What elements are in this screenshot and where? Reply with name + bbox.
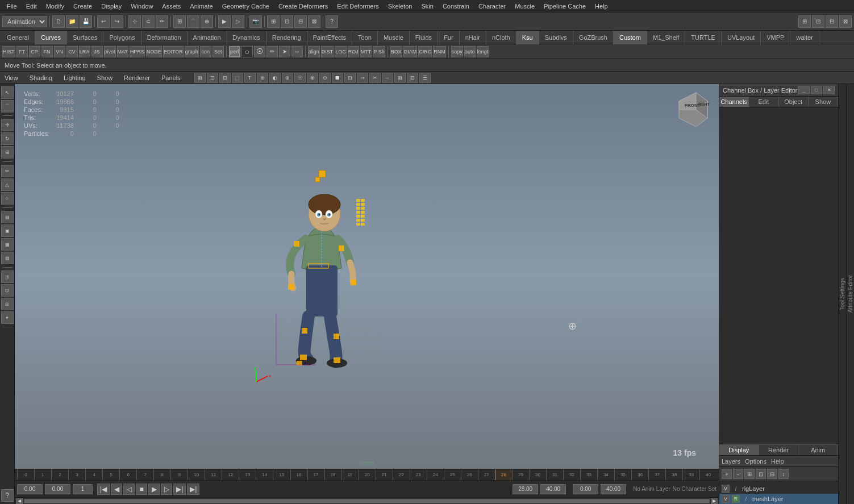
toolbar-redo[interactable]: ↪ (111, 15, 123, 28)
view-icon-2[interactable]: ⊡ (207, 73, 218, 83)
tab-vmpp[interactable]: VMPP (761, 31, 790, 44)
view-icon-8[interactable]: ⊕ (282, 73, 293, 83)
menu-display[interactable]: Display (97, 0, 126, 13)
lt-layers-3[interactable]: ▦ (1, 238, 14, 251)
layer-attrs-btn[interactable]: ⊟ (767, 469, 777, 479)
toolbar-layout3[interactable]: ⊟ (294, 15, 307, 28)
layer-new-btn[interactable]: + (722, 469, 732, 479)
tab-animation[interactable]: Animation (188, 31, 227, 44)
tab-uvlayout[interactable]: UVLayout (722, 31, 761, 44)
toolbar-right-1[interactable]: ⊞ (798, 15, 811, 28)
tab-walter[interactable]: walter (790, 31, 819, 44)
shelf-copy[interactable]: copy (451, 46, 463, 57)
rp-maximize[interactable]: □ (811, 86, 822, 94)
view-icon-9[interactable]: ☉ (294, 73, 306, 83)
lt-layers-2[interactable]: ▣ (1, 224, 14, 237)
rp-tab-object[interactable]: Object (779, 97, 809, 107)
shelf-fn[interactable]: FN (41, 46, 53, 57)
playback-play-fwd[interactable]: ▶ (148, 484, 160, 495)
layer-vis-rig[interactable]: V (722, 485, 730, 493)
view-menu[interactable]: View (2, 72, 20, 84)
rp-tab-channels[interactable]: Channels (719, 97, 749, 107)
tab-turtle[interactable]: TURTLE (685, 31, 722, 44)
scroll-left-btn[interactable]: ◀ (16, 498, 23, 504)
shelf-editor[interactable]: EDITOR (163, 46, 184, 57)
view-icon-4[interactable]: ⬚ (232, 73, 243, 83)
view-icon-17[interactable]: ⊞ (394, 73, 406, 83)
layer-row-mesh[interactable]: V R / meshLayer (719, 494, 838, 504)
tab-deformation[interactable]: Deformation (141, 31, 188, 44)
shelf-ft[interactable]: FT (16, 46, 28, 57)
shelf-align[interactable]: align (308, 46, 320, 57)
playback-prev-end[interactable]: |◀ (97, 484, 110, 495)
menu-window[interactable]: Window (126, 0, 157, 13)
anim-start-input[interactable] (573, 484, 598, 494)
lt-sculpt[interactable]: △ (1, 178, 14, 191)
menu-skeleton[interactable]: Skeleton (384, 0, 417, 13)
shelf-box[interactable]: BOX (390, 46, 402, 57)
toolbar-new[interactable]: 🗋 (52, 15, 65, 28)
toolbar-right-4[interactable]: ⊠ (839, 15, 852, 28)
shelf-cv[interactable]: CV (66, 46, 78, 57)
tab-ncloth[interactable]: nCloth (486, 31, 516, 44)
shelf-graph[interactable]: graph (185, 46, 199, 57)
tab-m1shelf[interactable]: M1_Shelf (647, 31, 685, 44)
anim-end-input[interactable] (601, 484, 626, 494)
playback-prev-key[interactable]: ◁ (123, 484, 135, 495)
shelf-perf[interactable]: perf (229, 46, 240, 57)
shelf-con[interactable]: con (200, 46, 211, 57)
toolbar-ipr[interactable]: ▷ (232, 15, 244, 28)
menu-edit-deformers[interactable]: Edit Deformers (332, 0, 383, 13)
menu-muscle[interactable]: Muscle (510, 0, 539, 13)
layer-menu-options[interactable]: Options (745, 456, 766, 466)
lt-select-arrow[interactable]: ↖ (1, 86, 14, 99)
shelf-dist[interactable]: DIST (321, 46, 334, 57)
lt-soft[interactable]: ○ (1, 192, 14, 205)
shelf-arrow[interactable]: ➤ (279, 46, 290, 57)
shelf-circle[interactable]: ○ (241, 46, 253, 57)
shelf-hist[interactable]: HIST (2, 46, 15, 57)
tab-toon[interactable]: Toon (352, 31, 378, 44)
lt-rotate[interactable]: ↻ (1, 132, 14, 145)
view-icon-13[interactable]: ⊡ (344, 73, 356, 83)
tab-gozbrush[interactable]: GoZBrush (573, 31, 614, 44)
layer-vis-mesh[interactable]: V (722, 495, 730, 503)
toolbar-cam[interactable]: 📷 (249, 15, 262, 28)
menu-pipeline-cache[interactable]: Pipeline Cache (539, 0, 590, 13)
view-icon-14[interactable]: ⊸ (357, 73, 368, 83)
shelf-lra[interactable]: LRA (79, 46, 90, 57)
playback-next-key[interactable]: ▷ (161, 484, 172, 495)
lt-move[interactable]: ✛ (1, 119, 14, 131)
menu-assets[interactable]: Assets (157, 0, 185, 13)
timeline-scrollbar[interactable]: ◀ ▶ (15, 497, 719, 504)
view-icon-5[interactable]: T (244, 73, 256, 83)
lt-layers-4[interactable]: ▧ (1, 252, 14, 264)
range-end-input[interactable] (540, 484, 566, 494)
menu-file[interactable]: File (2, 0, 22, 13)
shelf-js[interactable]: JS (91, 46, 103, 57)
timeline-ruler[interactable]: 0 1 2 3 4 5 6 7 8 9 10 11 12 13 14 15 16… (15, 469, 719, 480)
playback-prev-frame[interactable]: ◀ (111, 484, 122, 495)
menu-edit[interactable]: Edit (22, 0, 41, 13)
layer-ref-mesh[interactable]: R (732, 495, 740, 503)
lt-tools-6[interactable]: ⊡ (1, 284, 14, 297)
time-input-1[interactable] (17, 484, 43, 494)
shelf-node[interactable]: NODE (146, 46, 162, 57)
view-icon-1[interactable]: ⊞ (194, 73, 206, 83)
lt-paint[interactable]: ✏ (1, 165, 14, 177)
shelf-circ[interactable]: CIRC (418, 46, 432, 57)
shelf-psh[interactable]: P Sh (373, 46, 385, 57)
view-icon-3[interactable]: ⊟ (219, 73, 231, 83)
menu-modify[interactable]: Modify (41, 0, 69, 13)
renderer-menu[interactable]: Renderer (122, 72, 152, 84)
shelf-pivot[interactable]: pivot (104, 46, 116, 57)
toolbar-paint[interactable]: ✏ (156, 15, 168, 28)
menu-animate[interactable]: Animate (185, 0, 217, 13)
menu-create[interactable]: Create (69, 0, 97, 13)
menu-constrain[interactable]: Constrain (438, 0, 474, 13)
scroll-thumb[interactable] (24, 499, 709, 503)
shelf-loc[interactable]: LOC (335, 46, 347, 57)
toolbar-lasso[interactable]: ⊂ (142, 15, 155, 28)
toolbar-layout2[interactable]: ⊡ (281, 15, 293, 28)
rpl-tab-anim[interactable]: Anim (798, 445, 838, 455)
